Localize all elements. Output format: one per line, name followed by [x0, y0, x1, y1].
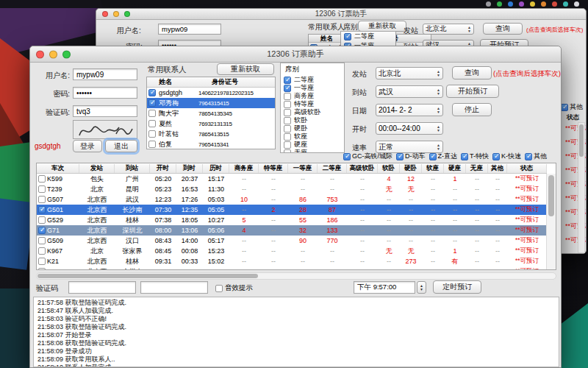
contact-row[interactable]: 夏然 76932131315: [147, 118, 275, 129]
contact-row[interactable]: 叶茗钴 7865413515: [147, 129, 275, 139]
train-row[interactable]: K21 北京西 桂林 09:31 00:33 15:02 -- -- -- --…: [37, 256, 547, 266]
menubar-icon-yellow[interactable]: [530, 1, 535, 7]
menubar-icon-white[interactable]: [574, 1, 579, 7]
timer-time-field[interactable]: 下午 9:57:00: [354, 281, 415, 294]
booking-captcha-input[interactable]: [68, 281, 136, 294]
stop-button[interactable]: 停止: [452, 103, 492, 116]
sound-alert-checkbox[interactable]: [215, 285, 223, 292]
scrollbar-thumb[interactable]: [579, 124, 584, 157]
seat-checkbox[interactable]: [284, 125, 291, 132]
train-row[interactable]: G65 北京西 广州南 10:05 18:00 07:55 -- -- -- 6…: [37, 266, 547, 270]
minimize-button[interactable]: [49, 50, 57, 58]
seat-option[interactable]: 二等座: [341, 32, 395, 41]
stepper-arrows-icon[interactable]: ▲▼: [437, 107, 440, 114]
depart-dropdown[interactable]: 北京北 ▲▼: [376, 67, 443, 79]
date-stepper-field[interactable]: 2014- 2- 2 ▲▼: [376, 104, 443, 116]
seat-checkbox[interactable]: [284, 93, 291, 100]
contact-checkbox[interactable]: [148, 99, 156, 107]
menubar-icon-blue[interactable]: [508, 1, 513, 7]
seat-option[interactable]: 硬卧: [281, 124, 344, 132]
time-stepper[interactable]: ▲▼: [417, 281, 426, 294]
train-row[interactable]: G529 北京西 桂林 07:38 18:05 10:27 5 -- 55 18…: [37, 215, 547, 225]
time-range-dropdown[interactable]: 00:00--24:00 ▲▼: [376, 122, 443, 135]
train-type-filter[interactable]: K-快速: [492, 152, 521, 161]
seat-checkbox[interactable]: [344, 33, 351, 40]
train-checkbox[interactable]: [38, 237, 46, 244]
contact-checkbox[interactable]: [148, 110, 156, 117]
seat-option[interactable]: 软卧: [281, 116, 344, 124]
zoom-button[interactable]: [124, 11, 130, 17]
filter-checkbox[interactable]: [561, 104, 568, 111]
contact-row[interactable]: 陶大宇 78654135345: [147, 108, 275, 118]
train-checkbox[interactable]: [38, 258, 46, 265]
filter-checkbox[interactable]: [461, 153, 468, 160]
seat-checkbox[interactable]: [284, 117, 291, 124]
scrollbar-thumb[interactable]: [548, 175, 554, 216]
train-type-filter[interactable]: T-特快: [461, 152, 489, 161]
train-row[interactable]: K599 包头 广州 05:20 20:37 15:17 -- -- -- --…: [37, 174, 547, 184]
captcha-image[interactable]: [73, 120, 137, 139]
password-input[interactable]: ••••••: [73, 87, 137, 99]
login-button[interactable]: 登录: [73, 140, 102, 152]
minimize-button[interactable]: [113, 11, 119, 17]
train-checkbox[interactable]: [38, 247, 46, 255]
arrive-dropdown[interactable]: 武汉 ▲▼: [376, 85, 443, 98]
filter-checkbox[interactable]: [492, 153, 500, 160]
sound-alert-option[interactable]: 音效提示: [215, 283, 253, 293]
depart-dropdown[interactable]: 北京北 ▲▼: [423, 24, 474, 35]
seat-checkbox[interactable]: [284, 141, 291, 149]
log-area[interactable]: 21:57:58 获取登陆验证码完成.21:58:47 联系人加载完成.21:5…: [33, 297, 559, 367]
seat-checkbox[interactable]: [284, 85, 291, 92]
contact-row[interactable]: 邓秀梅 7964315415: [147, 98, 275, 108]
menubar-icon-teal[interactable]: [563, 1, 568, 7]
train-type-filter[interactable]: 其他: [525, 152, 547, 161]
filter-checkbox[interactable]: [525, 153, 532, 160]
seat-checkbox[interactable]: [284, 101, 291, 108]
train-checkbox[interactable]: [38, 268, 46, 270]
zoom-button[interactable]: [62, 50, 71, 58]
filter-checkbox[interactable]: [396, 153, 404, 160]
start-booking-button[interactable]: 开始预订: [446, 85, 499, 98]
seat-checkbox[interactable]: [284, 77, 291, 84]
contact-row[interactable]: gsdgtgh 140622197812202315: [147, 88, 275, 98]
username-input[interactable]: mypw09: [73, 68, 137, 80]
seat-option[interactable]: 软座: [281, 132, 344, 141]
username-input[interactable]: mypw09: [158, 24, 221, 35]
contact-row[interactable]: 伯复 7965415341: [147, 139, 275, 149]
contact-checkbox[interactable]: [148, 89, 156, 96]
menubar-icon-orange[interactable]: [541, 1, 546, 7]
seat-option[interactable]: 无座: [281, 149, 344, 153]
train-row[interactable]: K967 北京 张家界 08:45 00:08 15:23 -- -- -- -…: [37, 246, 547, 256]
seat-option[interactable]: 硬座: [281, 141, 344, 149]
train-row[interactable]: T239 北京 昆明 05:23 16:53 11:30 -- -- -- --…: [37, 184, 547, 194]
train-checkbox[interactable]: [38, 216, 46, 224]
scheduled-booking-button[interactable]: 定时预订: [433, 280, 481, 294]
seat-checkbox[interactable]: [284, 149, 291, 154]
filter-other[interactable]: 其他: [561, 102, 583, 112]
contact-checkbox[interactable]: [148, 141, 156, 148]
train-type-filter[interactable]: D-动车: [396, 152, 426, 161]
filter-checkbox[interactable]: [343, 153, 351, 160]
window-titlebar[interactable]: 12306 订票助手: [30, 46, 561, 63]
seat-option[interactable]: 高级软卧: [281, 108, 344, 116]
refetch-button[interactable]: 重新获取: [358, 21, 406, 32]
train-type-filter[interactable]: Z-直达: [429, 152, 458, 161]
table-horizontal-scrollbar[interactable]: [36, 272, 556, 280]
query-button[interactable]: 查询: [452, 66, 492, 79]
table-vertical-scrollbar[interactable]: [546, 174, 556, 269]
train-type-filter[interactable]: GC-高铁/城际: [343, 152, 392, 161]
train-row[interactable]: G501 北京西 长沙南 07:30 12:35 05:05 -- 2 28 8…: [37, 205, 547, 215]
seat-checkbox[interactable]: [284, 133, 291, 141]
train-checkbox[interactable]: [38, 227, 46, 234]
menubar-icon-gray[interactable]: [486, 1, 491, 7]
back-table-scrollbar[interactable]: [578, 122, 585, 253]
logout-button[interactable]: 退出: [105, 140, 137, 152]
contact-checkbox[interactable]: [148, 130, 156, 138]
captcha-input[interactable]: tvq3: [73, 105, 137, 117]
back-window-titlebar[interactable]: 12306 订票助手: [96, 9, 586, 20]
close-button[interactable]: [36, 50, 44, 58]
stepper-down-icon[interactable]: ▼: [420, 288, 423, 291]
train-checkbox[interactable]: [38, 175, 46, 183]
contact-checkbox[interactable]: [148, 120, 156, 127]
filter-checkbox[interactable]: [429, 153, 437, 160]
